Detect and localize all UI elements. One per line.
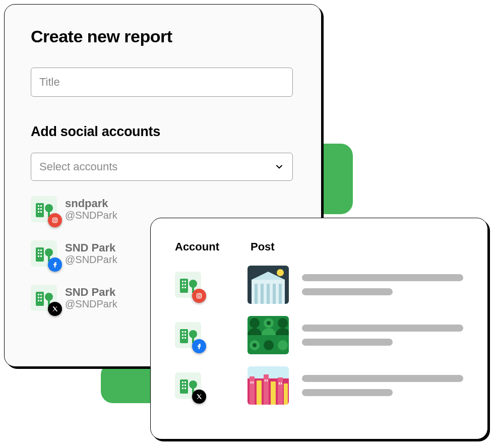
- account-avatar: [31, 285, 57, 311]
- svg-rect-27: [40, 300, 42, 301]
- account-avatar: [175, 322, 201, 348]
- svg-point-68: [267, 321, 271, 325]
- account-name: SND Park: [65, 286, 117, 298]
- svg-rect-1: [38, 205, 39, 207]
- svg-rect-90: [279, 382, 280, 385]
- svg-rect-88: [265, 379, 266, 381]
- svg-rect-49: [279, 284, 282, 304]
- svg-rect-16: [40, 252, 42, 254]
- svg-rect-24: [38, 297, 39, 298]
- post-text-placeholder: [302, 375, 463, 396]
- svg-rect-72: [182, 385, 183, 386]
- table-row[interactable]: [175, 266, 463, 304]
- svg-rect-2: [40, 205, 42, 207]
- table-row[interactable]: [175, 316, 463, 354]
- svg-point-41: [200, 294, 201, 295]
- svg-point-61: [250, 318, 260, 328]
- svg-rect-53: [184, 331, 186, 333]
- svg-rect-86: [251, 381, 252, 383]
- facebook-icon: [192, 339, 206, 353]
- account-avatar: [31, 196, 57, 222]
- svg-rect-15: [38, 252, 39, 254]
- svg-rect-6: [40, 211, 42, 213]
- svg-point-66: [278, 340, 288, 350]
- select-accounts-dropdown[interactable]: Select accounts: [31, 153, 293, 181]
- svg-rect-35: [182, 287, 183, 288]
- svg-rect-14: [40, 249, 42, 251]
- svg-point-11: [56, 218, 57, 219]
- svg-rect-69: [180, 379, 188, 394]
- svg-rect-56: [182, 337, 183, 339]
- account-avatar: [175, 272, 201, 298]
- add-accounts-heading: Add social accounts: [31, 124, 295, 140]
- select-placeholder: Select accounts: [39, 160, 117, 173]
- post-thumbnail: [247, 266, 289, 304]
- svg-rect-4: [40, 208, 42, 210]
- instagram-icon: [192, 289, 206, 303]
- svg-rect-22: [38, 294, 39, 295]
- svg-rect-51: [180, 329, 188, 343]
- svg-point-67: [253, 343, 257, 347]
- svg-rect-17: [38, 255, 39, 257]
- column-header-post: Post: [251, 240, 275, 253]
- post-text-placeholder: [302, 325, 463, 346]
- svg-rect-85: [284, 383, 288, 405]
- svg-rect-89: [267, 379, 268, 381]
- account-handle: @SNDPark: [65, 254, 117, 266]
- svg-rect-46: [261, 284, 264, 304]
- svg-rect-25: [40, 297, 42, 298]
- svg-rect-91: [281, 382, 282, 385]
- svg-rect-12: [36, 247, 44, 262]
- svg-rect-82: [264, 374, 269, 405]
- svg-rect-13: [38, 249, 39, 251]
- x-icon: [192, 390, 206, 404]
- svg-rect-33: [182, 284, 183, 285]
- posts-table-card: Account Post: [150, 218, 488, 439]
- svg-rect-0: [36, 203, 44, 217]
- account-handle: @SNDPark: [65, 210, 117, 221]
- svg-rect-32: [184, 281, 186, 282]
- svg-point-10: [54, 219, 56, 222]
- svg-rect-87: [253, 381, 254, 383]
- svg-rect-5: [38, 211, 39, 213]
- svg-rect-84: [278, 377, 283, 405]
- post-thumbnail: [247, 366, 289, 405]
- svg-rect-75: [184, 388, 186, 389]
- chevron-down-icon: [274, 162, 284, 172]
- table-header: Account Post: [175, 240, 463, 253]
- column-header-account: Account: [175, 240, 251, 253]
- svg-rect-73: [184, 385, 186, 386]
- svg-rect-83: [271, 381, 276, 405]
- svg-rect-31: [182, 281, 183, 282]
- report-title-input[interactable]: [31, 68, 293, 97]
- svg-rect-74: [182, 388, 183, 389]
- instagram-icon: [48, 213, 62, 227]
- post-thumbnail: [247, 316, 289, 354]
- svg-rect-48: [273, 284, 276, 304]
- svg-rect-30: [180, 279, 188, 293]
- post-text-placeholder: [302, 274, 463, 295]
- svg-rect-3: [38, 208, 39, 210]
- svg-rect-70: [182, 381, 183, 383]
- svg-rect-54: [182, 334, 183, 336]
- facebook-icon: [48, 258, 62, 272]
- svg-rect-18: [40, 255, 42, 257]
- account-avatar: [175, 372, 201, 399]
- table-row[interactable]: [175, 366, 463, 405]
- account-handle: @SNDPark: [65, 298, 117, 310]
- svg-rect-81: [257, 380, 262, 405]
- svg-point-40: [198, 295, 201, 297]
- svg-rect-23: [40, 294, 42, 295]
- svg-rect-52: [182, 331, 183, 333]
- svg-rect-71: [184, 381, 186, 383]
- x-icon: [48, 302, 62, 316]
- svg-point-50: [277, 269, 284, 276]
- svg-point-63: [278, 318, 288, 328]
- svg-rect-34: [184, 284, 186, 285]
- svg-rect-26: [38, 300, 39, 301]
- account-name: SND Park: [65, 241, 117, 254]
- svg-rect-80: [250, 376, 255, 405]
- svg-rect-57: [184, 337, 186, 339]
- svg-point-65: [264, 340, 274, 350]
- svg-rect-47: [267, 284, 270, 304]
